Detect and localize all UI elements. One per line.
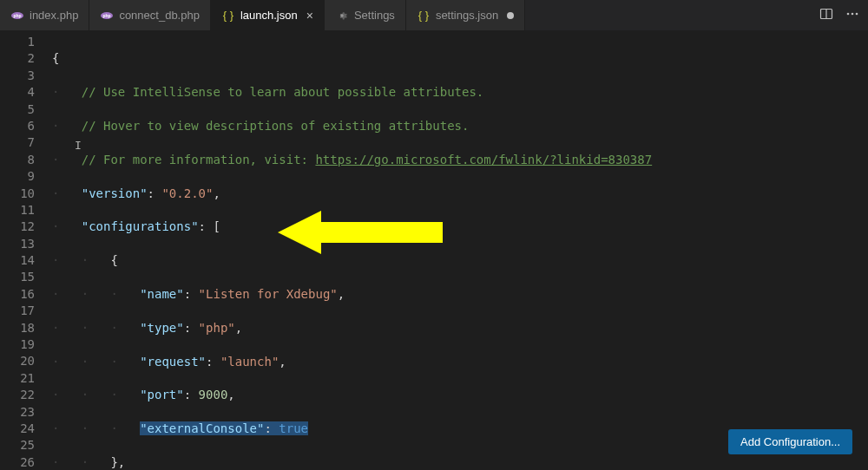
annotation-arrow-icon — [278, 206, 451, 258]
php-icon: php — [100, 9, 114, 23]
svg-marker-9 — [278, 211, 443, 254]
json-icon: { } — [417, 9, 431, 23]
svg-point-7 — [852, 13, 854, 16]
line-number: 23 — [0, 404, 35, 421]
line-number: 18 — [0, 320, 35, 336]
line-number: 2 — [0, 50, 35, 67]
line-number: 12 — [0, 219, 35, 235]
line-number: 17 — [0, 303, 35, 319]
line-number: 1 — [0, 34, 35, 50]
tab-label: Settings — [354, 9, 395, 22]
line-number: 8 — [0, 152, 35, 168]
line-number: 16 — [0, 286, 35, 303]
line-number: 13 — [0, 236, 35, 252]
svg-text:php: php — [103, 13, 111, 18]
svg-text:php: php — [13, 13, 21, 18]
more-actions-icon[interactable] — [845, 7, 859, 23]
line-number: 9 — [0, 168, 35, 185]
line-number: 21 — [0, 370, 35, 387]
line-number: 5 — [0, 101, 35, 118]
svg-point-8 — [856, 13, 858, 16]
text-cursor-icon: I — [75, 137, 82, 153]
line-number: 24 — [0, 421, 35, 437]
line-number: 6 — [0, 118, 35, 134]
tab-launch-json[interactable]: { } launch.json × — [211, 0, 325, 30]
line-number: 22 — [0, 387, 35, 403]
add-configuration-button[interactable]: Add Configuration... — [728, 429, 852, 454]
line-number: 11 — [0, 202, 35, 219]
line-number: 7 — [0, 134, 35, 151]
tab-bar: php index.php php connect_db.php { } lau… — [0, 0, 868, 30]
line-number: 26 — [0, 454, 35, 470]
code-content[interactable]: { · // Use IntelliSense to learn about p… — [52, 30, 868, 470]
tab-actions — [811, 0, 868, 30]
close-icon[interactable]: × — [306, 9, 313, 23]
line-number: 14 — [0, 252, 35, 269]
line-number: 25 — [0, 437, 35, 454]
json-icon: { } — [221, 9, 235, 23]
gear-icon — [335, 9, 349, 23]
tab-index-php[interactable]: php index.php — [0, 0, 89, 30]
line-number: 15 — [0, 269, 35, 285]
tab-settings[interactable]: Settings — [325, 0, 406, 30]
split-editor-icon[interactable] — [819, 7, 833, 23]
svg-point-6 — [847, 13, 850, 16]
line-number-gutter: 1 2 3 4 5 6 7 8 9 10 11 12 13 14 15 16 1… — [0, 30, 52, 470]
tab-settings-json[interactable]: { } settings.json — [406, 0, 525, 30]
php-icon: php — [10, 9, 24, 23]
tab-label: connect_db.php — [119, 9, 200, 22]
tab-label: settings.json — [436, 9, 498, 22]
line-number: 10 — [0, 186, 35, 202]
tab-connect-db-php[interactable]: php connect_db.php — [89, 0, 211, 30]
dirty-indicator-icon — [507, 12, 514, 19]
line-number: 19 — [0, 336, 35, 353]
tab-label: index.php — [30, 9, 78, 22]
line-number: 20 — [0, 353, 35, 369]
tab-label: launch.json — [240, 9, 298, 22]
line-number: 3 — [0, 68, 35, 84]
line-number: 4 — [0, 84, 35, 101]
